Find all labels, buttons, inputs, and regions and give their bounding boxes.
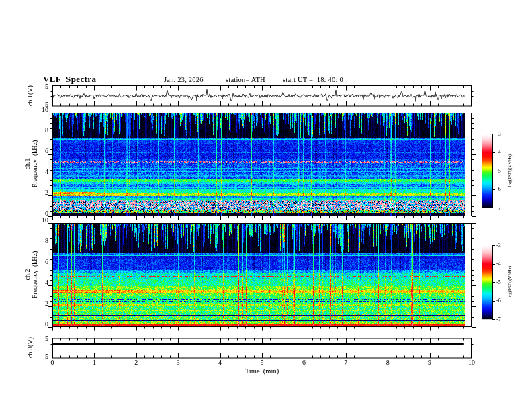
x-tick-label: 6	[294, 359, 314, 366]
x-tick-label: 1	[84, 359, 104, 366]
x-tick-label: 4	[210, 359, 230, 366]
x-tick-label: 3	[168, 359, 188, 366]
y-tick-label-ch3_waveform: 5	[28, 335, 48, 342]
x-tick-label: 2	[126, 359, 146, 366]
vlf-spectra-figure: VLF Spectra Jan. 23, 2026 station= ATH s…	[0, 0, 532, 411]
y-tick-label-ch2_spectrogram: 6	[28, 258, 48, 265]
x-tick-label: 9	[420, 359, 440, 366]
x-tick-label: 0	[42, 359, 62, 366]
colorbar1-tick-label: -3	[496, 131, 511, 137]
y-tick-label-ch1_spectrogram: 10	[28, 106, 48, 113]
x-tick-label: 7	[336, 359, 356, 366]
page-title: VLF Spectra	[43, 74, 96, 85]
y-tick-label-ch2_spectrogram: 10	[28, 216, 48, 224]
colorbar2-tick-label: -3	[496, 242, 511, 248]
title-date: Jan. 23, 2026	[164, 76, 204, 83]
colorbar1-tick-label: -4	[496, 149, 511, 155]
colorbar2-tick-label: -7	[496, 316, 511, 322]
x-tick-label: 10	[461, 359, 482, 366]
colorbar2-tick-label: -4	[496, 261, 511, 267]
y-tick-label-ch1_spectrogram: 4	[28, 168, 48, 175]
colorbar1-tick-label: -6	[496, 186, 511, 192]
title-start-ut: start UT = 18: 40: 0	[283, 76, 343, 83]
y-tick-label-ch2_spectrogram: 0	[28, 320, 48, 328]
colorbar1-tick-label: -5	[496, 168, 511, 174]
y-tick-label-ch2_spectrogram: 8	[28, 237, 48, 244]
y-tick-label-ch1_spectrogram: 6	[28, 147, 48, 154]
x-tick-label: 8	[378, 359, 398, 366]
colorbar2-tick-label: -6	[496, 298, 511, 304]
colorbar1-tick-label: -7	[496, 205, 511, 211]
y-tick-label-ch1_spectrogram: 2	[28, 189, 48, 196]
plot-canvas	[0, 0, 532, 411]
x-tick-label: 5	[252, 359, 272, 366]
y-tick-label-ch1_spectrogram: 8	[28, 126, 48, 134]
y-tick-label-ch1_waveform: 5	[28, 83, 48, 90]
y-tick-label-ch2_spectrogram: 4	[28, 279, 48, 286]
y-tick-label-ch2_spectrogram: 2	[28, 300, 48, 307]
xaxis-title: Time (min)	[222, 367, 302, 375]
colorbar2-tick-label: -5	[496, 279, 511, 285]
ylabel-ch3-waveform: ch.3(V)	[26, 301, 34, 395]
title-station: station= ATH	[226, 76, 265, 83]
